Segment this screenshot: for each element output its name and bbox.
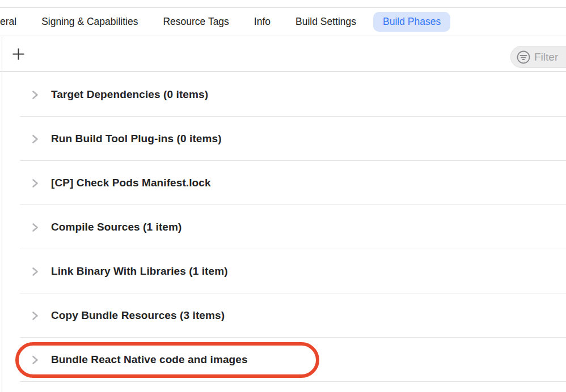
phase-row-link-binary-with-libraries[interactable]: Link Binary With Libraries (1 item): [2, 249, 566, 293]
phase-row-label: [CP] Check Pods Manifest.lock: [51, 177, 211, 189]
tab-info[interactable]: Info: [254, 16, 271, 28]
add-build-phase-button[interactable]: [10, 46, 26, 62]
chevron-right-icon[interactable]: [32, 223, 39, 232]
phase-row-label: Run Build Tool Plug-ins (0 items): [51, 133, 222, 145]
phase-row-label: Compile Sources (1 item): [51, 221, 181, 233]
filter-input[interactable]: [534, 51, 566, 63]
phase-row-run-build-tool-plugins[interactable]: Run Build Tool Plug-ins (0 items): [2, 117, 566, 161]
chevron-right-icon[interactable]: [32, 267, 39, 276]
filter-field[interactable]: [510, 46, 566, 68]
chevron-right-icon[interactable]: [32, 311, 39, 321]
phase-row-copy-bundle-resources[interactable]: Copy Bundle Resources (3 items): [2, 293, 566, 338]
tab-build-settings[interactable]: Build Settings: [295, 16, 356, 28]
phase-row-target-dependencies[interactable]: Target Dependencies (0 items): [2, 73, 566, 117]
phase-row-cp-check-pods-manifest[interactable]: [CP] Check Pods Manifest.lock: [2, 161, 566, 205]
project-editor-tab-bar: eral Signing & Capabilities Resource Tag…: [0, 7, 566, 36]
tab-general-clipped[interactable]: eral: [0, 16, 16, 28]
chevron-right-icon[interactable]: [32, 134, 39, 144]
phase-row-label: Bundle React Native code and images: [51, 353, 248, 366]
phase-row-label: Copy Bundle Resources (3 items): [51, 309, 225, 322]
phase-row-label: Target Dependencies (0 items): [51, 88, 208, 101]
tab-signing-capabilities[interactable]: Signing & Capabilities: [41, 16, 138, 28]
plus-icon: [12, 48, 25, 61]
phase-row-compile-sources[interactable]: Compile Sources (1 item): [2, 205, 566, 249]
filter-circle-icon: [517, 50, 530, 64]
tab-build-phases[interactable]: Build Phases: [373, 12, 450, 32]
build-phases-list: Target Dependencies (0 items) Run Build …: [2, 73, 566, 382]
tab-resource-tags[interactable]: Resource Tags: [163, 16, 229, 28]
chevron-right-icon[interactable]: [32, 90, 39, 100]
build-phases-screen: eral Signing & Capabilities Resource Tag…: [0, 0, 566, 392]
chevron-right-icon[interactable]: [32, 355, 39, 365]
row-separator: [20, 381, 566, 382]
chevron-right-icon[interactable]: [32, 178, 39, 188]
build-phases-toolbar: [0, 37, 566, 72]
phase-row-bundle-react-native[interactable]: Bundle React Native code and images: [2, 338, 566, 382]
phase-row-label: Link Binary With Libraries (1 item): [51, 265, 228, 278]
